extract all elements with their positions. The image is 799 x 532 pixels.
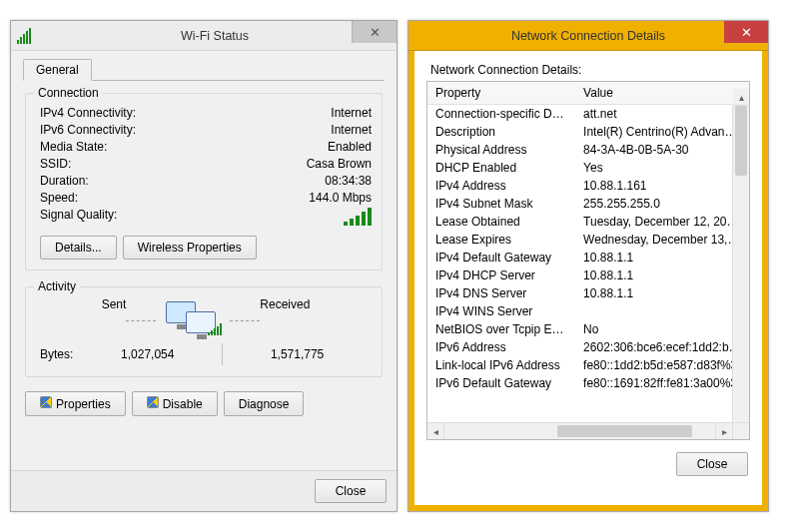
scroll-left-icon[interactable]: ◂	[427, 423, 444, 439]
duration-value: 08:34:38	[325, 174, 372, 188]
property-cell: IPv4 DNS Server	[427, 284, 575, 302]
property-cell: IPv6 Address	[427, 338, 575, 356]
speed-value: 144.0 Mbps	[309, 191, 372, 205]
table-row[interactable]: IPv4 DHCP Server10.88.1.1	[427, 266, 749, 284]
details-header-label: Network Connection Details:	[426, 57, 750, 81]
ipv6-value: Internet	[331, 123, 372, 137]
received-label: Received	[260, 297, 310, 341]
details-button[interactable]: Details...	[40, 236, 117, 260]
speed-label: Speed:	[40, 191, 78, 205]
h-scroll-thumb[interactable]	[557, 425, 692, 437]
diagnose-button[interactable]: Diagnose	[224, 391, 305, 416]
property-cell: Physical Address	[427, 141, 575, 159]
connection-group-title: Connection	[34, 86, 103, 100]
sent-line	[126, 320, 156, 321]
signal-quality-label: Signal Quality:	[40, 208, 117, 229]
wifi-status-footer: Close	[11, 470, 397, 511]
value-cell: 2602:306:bce6:ecef:1dd2:b5d:e587:c	[575, 338, 749, 356]
property-cell: IPv4 Address	[427, 177, 575, 195]
signal-bars-icon	[344, 208, 372, 226]
properties-button[interactable]: Properties	[25, 391, 126, 416]
close-icon[interactable]: ✕	[352, 21, 397, 43]
sent-label: Sent	[102, 297, 127, 341]
connection-group: Connection IPv4 Connectivity:Internet IP…	[25, 93, 383, 270]
tab-strip: General	[23, 57, 385, 81]
value-cell: 10.88.1.1	[575, 266, 749, 284]
table-row[interactable]: DHCP EnabledYes	[427, 159, 749, 177]
ssid-value: Casa Brown	[307, 157, 372, 171]
network-details-title: Network Connection Details	[511, 29, 665, 43]
value-cell: fe80::1691:82ff:fe81:3a00%3	[575, 374, 749, 392]
value-cell: Tuesday, December 12, 2017 4:55:25	[575, 213, 749, 231]
table-row[interactable]: Link-local IPv6 Addressfe80::1dd2:b5d:e5…	[427, 356, 749, 374]
value-cell: fe80::1dd2:b5d:e587:d83f%3	[575, 356, 749, 374]
table-row[interactable]: IPv4 Default Gateway10.88.1.1	[427, 249, 749, 266]
table-row[interactable]: IPv6 Default Gatewayfe80::1691:82ff:fe81…	[427, 374, 749, 392]
property-cell: Lease Obtained	[427, 213, 575, 231]
disable-button[interactable]: Disable	[132, 391, 218, 416]
table-row[interactable]: IPv4 DNS Server10.88.1.1	[427, 284, 749, 302]
vertical-scrollbar[interactable]: ▴ ▾	[732, 106, 749, 422]
details-table: Property Value Connection-specific DN...…	[427, 82, 749, 392]
scroll-corner	[732, 422, 749, 439]
bytes-label: Bytes:	[40, 347, 73, 361]
property-cell: Link-local IPv6 Address	[427, 356, 575, 374]
wifi-signal-icon	[17, 28, 33, 44]
ipv4-label: IPv4 Connectivity:	[40, 106, 136, 120]
property-cell: Connection-specific DN...	[427, 105, 575, 124]
tab-general[interactable]: General	[23, 59, 92, 81]
mini-signal-icon	[208, 323, 222, 335]
property-cell: DHCP Enabled	[427, 159, 575, 177]
table-row[interactable]: Physical Address84-3A-4B-0B-5A-30	[427, 141, 749, 159]
value-cell: Wednesday, December 13, 2017 4:55:	[575, 231, 749, 249]
table-row[interactable]: IPv4 WINS Server	[427, 302, 749, 320]
value-cell	[575, 302, 749, 320]
network-details-titlebar[interactable]: Network Connection Details ✕	[408, 21, 768, 51]
wireless-properties-button[interactable]: Wireless Properties	[123, 236, 257, 260]
property-cell: IPv4 Subnet Mask	[427, 195, 575, 213]
close-button[interactable]: Close	[315, 479, 387, 503]
wifi-status-body: General Connection IPv4 Connectivity:Int…	[11, 51, 397, 470]
activity-group-title: Activity	[34, 279, 80, 293]
network-computers-icon	[166, 301, 220, 339]
table-row[interactable]: NetBIOS over Tcpip En...No	[427, 320, 749, 338]
ssid-label: SSID:	[40, 157, 71, 171]
column-property[interactable]: Property	[427, 82, 575, 105]
close-icon[interactable]: ✕	[723, 21, 768, 43]
value-cell: 84-3A-4B-0B-5A-30	[575, 141, 749, 159]
scroll-thumb[interactable]	[735, 106, 747, 176]
value-cell: No	[575, 320, 749, 338]
signal-quality-value	[344, 208, 372, 229]
table-row[interactable]: IPv4 Subnet Mask255.255.255.0	[427, 195, 749, 213]
table-row[interactable]: Lease ObtainedTuesday, December 12, 2017…	[427, 213, 749, 231]
wifi-status-window: Wi-Fi Status ✕ General Connection IPv4 C…	[10, 20, 398, 512]
shield-icon	[40, 396, 52, 408]
scroll-right-icon[interactable]: ▸	[715, 423, 732, 439]
table-row[interactable]: IPv4 Address10.88.1.161	[427, 177, 749, 195]
scroll-up-icon[interactable]: ▴	[733, 89, 749, 106]
value-cell: 10.88.1.1	[575, 284, 749, 302]
shield-icon	[147, 396, 159, 408]
close-button[interactable]: Close	[676, 452, 748, 476]
property-cell: Description	[427, 123, 575, 141]
duration-label: Duration:	[40, 174, 89, 188]
value-cell: 10.88.1.1	[575, 249, 749, 266]
details-table-container: Property Value Connection-specific DN...…	[426, 81, 750, 440]
table-row[interactable]: Connection-specific DN...att.net	[427, 105, 749, 124]
media-state-value: Enabled	[328, 140, 372, 154]
table-row[interactable]: Lease ExpiresWednesday, December 13, 201…	[427, 231, 749, 249]
column-value[interactable]: Value	[575, 82, 749, 105]
wifi-status-titlebar[interactable]: Wi-Fi Status ✕	[11, 21, 397, 51]
media-state-label: Media State:	[40, 140, 107, 154]
property-cell: IPv4 Default Gateway	[427, 249, 575, 266]
property-cell: IPv6 Default Gateway	[427, 374, 575, 392]
value-cell: 10.88.1.161	[575, 177, 749, 195]
ipv6-label: IPv6 Connectivity:	[40, 123, 136, 137]
table-row[interactable]: IPv6 Address2602:306:bce6:ecef:1dd2:b5d:…	[427, 338, 749, 356]
table-row[interactable]: DescriptionIntel(R) Centrino(R) Advanced…	[427, 123, 749, 141]
property-cell: IPv4 DHCP Server	[427, 266, 575, 284]
horizontal-scrollbar[interactable]: ◂ ▸	[427, 422, 732, 439]
value-cell: Intel(R) Centrino(R) Advanced-N 6205	[575, 123, 749, 141]
property-cell: Lease Expires	[427, 231, 575, 249]
received-line	[230, 320, 260, 321]
